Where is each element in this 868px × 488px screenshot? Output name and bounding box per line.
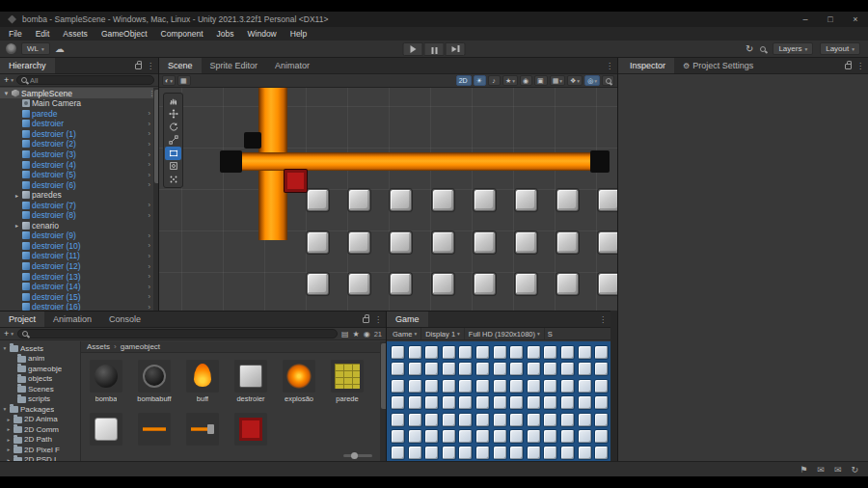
menu-item[interactable]: Help xyxy=(284,29,313,39)
panel-tab[interactable]: Inspector xyxy=(618,58,674,73)
hierarchy-item[interactable]: destroier (11) › xyxy=(0,251,153,261)
foldout-arrow[interactable]: ▼ xyxy=(3,91,10,96)
game-canvas[interactable] xyxy=(387,341,610,461)
hierarchy-item[interactable]: destroier (14) › xyxy=(0,282,153,292)
breadcrumb-root[interactable]: Assets xyxy=(87,342,110,351)
panel-menu-icon[interactable]: ⋮ xyxy=(374,315,382,324)
menu-item[interactable]: Component xyxy=(154,29,210,39)
hierarchy-item[interactable]: Main Camera xyxy=(0,98,153,109)
folder-item[interactable]: scripts xyxy=(0,394,80,405)
hierarchy-item[interactable]: destroier (7) › xyxy=(0,200,153,210)
asset-item[interactable] xyxy=(185,413,220,456)
prefab-open-chevron[interactable]: › xyxy=(149,180,151,189)
prefab-open-chevron[interactable]: › xyxy=(149,201,151,209)
hierarchy-item[interactable]: destroier (2) › xyxy=(0,139,153,149)
asset-item[interactable]: bombabuff xyxy=(137,360,172,403)
prefab-open-chevron[interactable]: › xyxy=(149,140,151,149)
status-icon[interactable]: ✉ xyxy=(834,465,842,474)
prefab-open-chevron[interactable]: › xyxy=(149,109,151,118)
folder-item[interactable]: anim xyxy=(0,354,80,365)
menu-item[interactable]: File xyxy=(2,29,29,39)
folder-item[interactable]: ▾ Assets xyxy=(0,343,80,354)
undo-history-icon[interactable]: ↻ xyxy=(746,43,753,54)
menu-item[interactable]: Jobs xyxy=(210,29,241,39)
scene-toggle-button[interactable]: ◉ xyxy=(520,75,532,86)
maximize-button[interactable]: □ xyxy=(818,12,843,27)
hierarchy-item[interactable]: destroier (16) › xyxy=(0,302,153,311)
prefab-open-chevron[interactable]: › xyxy=(149,120,151,128)
panel-menu-icon[interactable]: ⋮ xyxy=(856,62,864,70)
foldout-arrow[interactable]: ▸ xyxy=(14,192,20,199)
cloud-icon[interactable]: ☁ xyxy=(55,43,65,54)
resolution-dropdown[interactable]: Full HD (1920x1080)▾ xyxy=(465,328,545,340)
panel-tab[interactable]: Console xyxy=(100,312,149,327)
prefab-open-chevron[interactable]: › xyxy=(149,283,151,291)
hierarchy-item[interactable]: destroier (4) › xyxy=(0,159,153,170)
filter-icon[interactable]: ▤ xyxy=(341,330,349,339)
menu-item[interactable]: Window xyxy=(241,29,284,39)
panel-tab[interactable]: Project xyxy=(0,312,44,327)
prefab-open-chevron[interactable]: › xyxy=(149,150,151,159)
menu-item[interactable]: GameObject xyxy=(95,29,154,39)
rotate-tool[interactable] xyxy=(165,121,181,134)
scene-tool-button[interactable]: ◐▾ xyxy=(162,75,176,86)
scene-toggle-button[interactable]: ☀ xyxy=(474,75,486,86)
display-dropdown[interactable]: Display 1▾ xyxy=(421,328,465,340)
hierarchy-search-input[interactable]: All xyxy=(16,75,154,85)
status-icon[interactable]: ↻ xyxy=(851,465,858,474)
lock-icon[interactable] xyxy=(135,64,142,69)
folder-item[interactable]: ▸ 2D Path xyxy=(0,435,80,446)
hierarchy-item[interactable]: destroier (1) › xyxy=(0,129,153,140)
tab-game[interactable]: Game xyxy=(387,312,428,327)
hidden-count-badge[interactable]: 21 xyxy=(374,330,382,339)
scene-toggle-button[interactable]: ▣ xyxy=(534,75,548,86)
prefab-open-chevron[interactable]: › xyxy=(149,272,151,281)
menu-item[interactable]: Assets xyxy=(56,29,95,39)
account-icon[interactable] xyxy=(6,43,16,54)
hierarchy-item[interactable]: destroier (13) › xyxy=(0,271,153,282)
panel-tab[interactable]: Animation xyxy=(44,312,100,327)
folder-item[interactable]: gameobje xyxy=(0,364,80,374)
prefab-open-chevron[interactable]: › xyxy=(149,231,151,240)
prefab-open-chevron[interactable]: › xyxy=(149,241,151,250)
create-asset-button[interactable]: +▾ xyxy=(4,329,14,339)
prefab-open-chevron[interactable]: › xyxy=(149,129,151,138)
folder-item[interactable]: ▸ 2D Comm xyxy=(0,424,80,435)
hierarchy-item[interactable]: ▸ paredes xyxy=(0,190,153,201)
folder-item[interactable]: ▾ Packages xyxy=(0,404,80,415)
scene-toggle-button[interactable]: ◎▾ xyxy=(584,75,600,86)
filter-icon[interactable]: ★ xyxy=(353,330,360,339)
prefab-open-chevron[interactable]: › xyxy=(149,160,151,169)
rect-tool[interactable] xyxy=(165,147,181,160)
prefab-open-chevron[interactable]: › xyxy=(149,252,151,260)
scene-tool-button[interactable]: ▦ xyxy=(177,75,191,86)
scene-search-button[interactable] xyxy=(602,75,614,86)
hierarchy-scene-row[interactable]: ▼ SampleScene ⋮ xyxy=(0,88,158,98)
layers-dropdown[interactable]: Layers▾ xyxy=(773,42,813,55)
scene-toggle-button[interactable]: ★▾ xyxy=(502,75,518,86)
asset-item[interactable] xyxy=(233,413,268,456)
pause-button[interactable] xyxy=(424,42,445,56)
transform-tool[interactable] xyxy=(165,160,181,174)
prefab-open-chevron[interactable]: › xyxy=(149,303,151,311)
custom-tools[interactable] xyxy=(165,173,181,186)
scene-toggle-button[interactable]: ▦▾ xyxy=(550,75,565,86)
panel-tab[interactable]: Animator xyxy=(266,58,318,73)
hierarchy-item[interactable]: destroier (12) › xyxy=(0,261,153,272)
view-tool[interactable] xyxy=(165,95,181,108)
step-button[interactable] xyxy=(446,42,466,56)
panel-tab[interactable]: Scene xyxy=(159,58,202,73)
scale-tool[interactable] xyxy=(165,134,181,148)
scene-toggle-button[interactable]: ♪ xyxy=(488,75,501,86)
asset-item[interactable]: destroier xyxy=(233,360,268,403)
search-icon[interactable] xyxy=(760,46,766,52)
asset-item[interactable]: explosão xyxy=(282,360,316,403)
asset-item[interactable] xyxy=(137,413,172,456)
asset-item[interactable]: buff xyxy=(185,360,220,403)
lock-icon[interactable] xyxy=(845,64,852,69)
prefab-open-chevron[interactable]: › xyxy=(149,171,151,179)
account-dropdown[interactable]: WL▾ xyxy=(21,42,50,55)
panel-tab[interactable]: ⚙Project Settings xyxy=(674,58,762,73)
foldout-arrow[interactable]: ▾ xyxy=(2,406,8,412)
folder-item[interactable]: objects xyxy=(0,374,80,385)
